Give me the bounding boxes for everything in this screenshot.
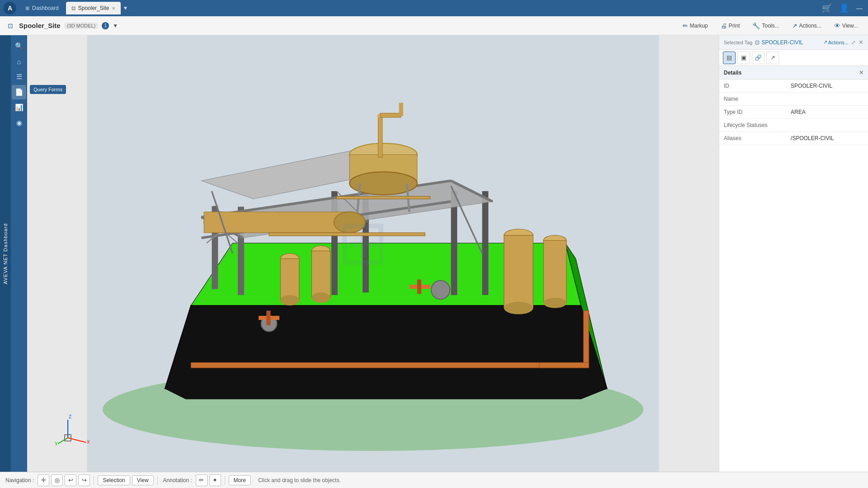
actions-button[interactable]: ↗ Actions...	[788, 20, 826, 31]
svg-point-41	[504, 302, 533, 314]
detail-value-name	[786, 93, 868, 106]
svg-rect-52	[266, 311, 270, 325]
model-type-badge: (3D MODEL)	[64, 23, 99, 29]
titlebar-right: 🛒 👤 —	[820, 3, 864, 13]
svg-rect-58	[337, 197, 430, 199]
svg-rect-31	[380, 113, 401, 117]
panel-link-button[interactable]: 🔗	[752, 52, 764, 64]
right-panel: Selected Tag ⊡ SPOOLER-CIVIL ↗ Actions..…	[719, 35, 868, 472]
print-icon: 🖨	[721, 22, 727, 29]
page-title: Spooler_Site	[19, 22, 61, 29]
spooler-tab-icon: ⊡	[71, 5, 75, 11]
view-icon: 👁	[834, 22, 840, 29]
separator-2	[157, 476, 158, 485]
markup-icon: ✏	[683, 22, 688, 29]
panel-header: Selected Tag ⊡ SPOOLER-CIVIL ↗ Actions..…	[719, 35, 868, 50]
tools-icon: 🔧	[752, 22, 760, 29]
annotation-star-button[interactable]: ✦	[209, 474, 221, 486]
details-title: Details	[724, 70, 741, 76]
svg-rect-46	[584, 311, 589, 368]
spooler-tab-label: Spooler_Site	[78, 5, 109, 11]
panel-expand-icon[interactable]: ⤢	[851, 39, 856, 46]
detail-label-id: ID	[719, 80, 786, 93]
view-button-bottom[interactable]: View	[132, 475, 154, 485]
app-logo: A	[4, 2, 16, 14]
view-button[interactable]: 👁 View...	[830, 20, 863, 31]
detail-row-lifecycle: Lifecycle Statuses	[719, 119, 868, 132]
bottombar: Navigation : ✛ ◎ ↩ ↪ Selection View Anno…	[0, 472, 868, 488]
viewport-3d[interactable]: ⊞ Z X	[27, 35, 719, 472]
dropdown-arrow[interactable]: ▼	[113, 23, 118, 29]
svg-rect-40	[504, 235, 533, 308]
model-icon: ⊡	[5, 21, 15, 31]
svg-text:Y: Y	[55, 441, 58, 446]
tab-dashboard[interactable]: ⊞ Dashboard	[20, 2, 64, 14]
svg-rect-11	[482, 191, 489, 295]
detail-label-type-id: Type ID	[719, 106, 786, 119]
sidebar-item-home[interactable]: ⌂	[12, 54, 26, 69]
panel-list-view-button[interactable]: ▣	[737, 52, 750, 64]
detail-row-aliases: Aliases /SPOOLER-CIVIL	[719, 132, 868, 145]
details-header: Details ✕	[719, 66, 868, 80]
actions-label: Actions...	[799, 23, 821, 29]
svg-line-61	[68, 438, 86, 442]
detail-row-type-id: Type ID AREA	[719, 106, 868, 119]
sidebar-item-query-forms[interactable]: 📄 Query Forms	[12, 85, 26, 99]
user-icon[interactable]: 👤	[837, 3, 851, 13]
cart-icon[interactable]: 🛒	[820, 3, 834, 13]
actions-icon: ↗	[792, 22, 797, 29]
aveva-brand: AVEVA NET Dashboard	[0, 35, 11, 472]
svg-rect-57	[269, 233, 425, 236]
annotation-pencil-button[interactable]: ✏	[196, 474, 208, 486]
spooler-tab-close[interactable]: ✕	[112, 6, 115, 11]
panel-close-button[interactable]: ✕	[859, 39, 863, 46]
view-label: View...	[842, 23, 858, 29]
panel-table-view-button[interactable]: ▤	[723, 52, 736, 64]
print-label: Print	[729, 23, 740, 29]
nav-target-button[interactable]: ◎	[51, 474, 63, 486]
panel-export-button[interactable]: ↗	[766, 52, 779, 64]
sidebar-item-search[interactable]: 🔍	[12, 39, 26, 53]
print-button[interactable]: 🖨 Print	[716, 20, 745, 31]
tab-dropdown[interactable]: ▼	[123, 5, 128, 11]
svg-rect-54	[417, 280, 421, 294]
details-close-button[interactable]: ✕	[859, 70, 863, 76]
svg-rect-34	[280, 259, 299, 300]
svg-text:⊞: ⊞	[337, 207, 389, 277]
sidebar-item-list[interactable]: ☰	[12, 70, 26, 84]
detail-row-id: ID SPOOLER-CIVIL	[719, 80, 868, 93]
tools-button[interactable]: 🔧 Tools...	[748, 20, 783, 31]
sidebar-item-circle[interactable]: ◉	[12, 116, 26, 130]
details-table: ID SPOOLER-CIVIL Name Type ID AREA Lifec…	[719, 80, 868, 145]
dashboard-tab-icon: ⊞	[25, 5, 29, 11]
panel-actions-link[interactable]: ↗ Actions...	[823, 39, 849, 45]
selected-tag-text: SPOOLER-CIVIL	[761, 39, 803, 46]
dashboard-tab-label: Dashboard	[32, 5, 59, 11]
nav-compass-button[interactable]: ✛	[38, 474, 49, 486]
svg-rect-29	[378, 116, 382, 157]
detail-label-aliases: Aliases	[719, 132, 786, 145]
tab-spooler-site[interactable]: ⊡ Spooler_Site ✕	[66, 2, 121, 14]
detail-label-lifecycle: Lifecycle Statuses	[719, 119, 786, 132]
sidebar-item-graph[interactable]: 📊	[12, 100, 26, 115]
tools-label: Tools...	[762, 23, 779, 29]
detail-value-id: SPOOLER-CIVIL	[786, 80, 868, 93]
toolbar-title-area: ⊡ Spooler_Site (3D MODEL) 1 ▼	[5, 21, 118, 31]
nav-redo-button[interactable]: ↪	[78, 474, 90, 486]
nav-undo-button[interactable]: ↩	[65, 474, 76, 486]
toolbar: ⊡ Spooler_Site (3D MODEL) 1 ▼ ✏ Markup 🖨…	[0, 16, 868, 35]
separator-3	[225, 476, 225, 485]
markup-button[interactable]: ✏ Markup	[678, 20, 712, 31]
selection-button[interactable]: Selection	[98, 475, 130, 485]
titlebar: A ⊞ Dashboard ⊡ Spooler_Site ✕ ▼ 🛒 👤 —	[0, 0, 868, 16]
left-sidebar: 🔍 ⌂ ☰ 📄 Query Forms 📊 ◉	[11, 35, 27, 472]
selected-tag-icon: ⊡	[755, 39, 760, 46]
3d-model-svg: ⊞	[27, 35, 719, 472]
minimize-icon[interactable]: —	[854, 5, 864, 12]
navigation-label: Navigation :	[4, 477, 36, 483]
more-button[interactable]: More	[229, 475, 251, 485]
annotation-label: Annotation :	[161, 477, 194, 483]
svg-rect-37	[311, 251, 330, 298]
panel-toolbar: ▤ ▣ 🔗 ↗	[719, 50, 868, 66]
detail-value-lifecycle	[786, 119, 868, 132]
